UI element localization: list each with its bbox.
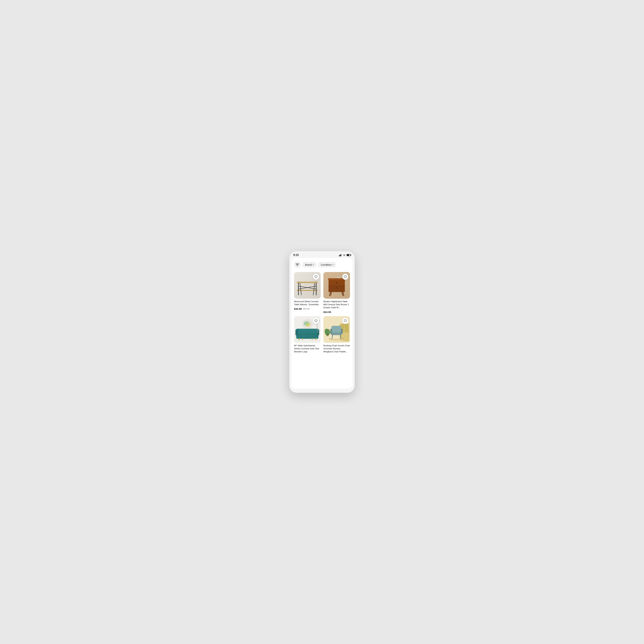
product-image-container-1	[294, 272, 321, 299]
filter-icon-button[interactable]	[294, 261, 301, 268]
price-original-1: $50.00	[303, 308, 310, 310]
svg-line-24	[342, 292, 342, 295]
svg-marker-2	[341, 254, 341, 256]
svg-point-56	[329, 339, 344, 342]
signal-icon	[339, 254, 342, 256]
svg-marker-1	[340, 255, 340, 256]
wishlist-button-2[interactable]	[342, 274, 348, 280]
brand-filter-label: Brand	[305, 263, 312, 266]
svg-point-3	[344, 256, 344, 256]
svg-rect-39	[302, 338, 303, 340]
svg-point-18	[335, 282, 338, 284]
svg-rect-20	[329, 285, 345, 292]
svg-rect-26	[338, 275, 340, 276]
svg-line-22	[343, 292, 344, 296]
product-pricing-2: $34.99	[323, 311, 350, 313]
heart-icon-4	[344, 319, 347, 322]
svg-rect-38	[315, 338, 316, 340]
product-card-4[interactable]: Rocking Chair Accent Chair Armchair Nurs…	[323, 316, 350, 353]
wifi-icon	[343, 254, 346, 256]
svg-rect-53	[341, 329, 343, 334]
phone-frame: 9:15	[289, 251, 355, 393]
heart-icon-3	[314, 319, 317, 322]
svg-point-49	[325, 329, 328, 333]
product-title-4: Rocking Chair Accent Chair Armchair Nurs…	[323, 344, 350, 353]
svg-point-31	[306, 323, 310, 326]
product-title-2: Modern Nightstand Table Mid Century Dark…	[323, 300, 350, 309]
product-image-container-2	[323, 272, 350, 299]
condition-filter-chip[interactable]: Condition ▾	[318, 262, 336, 267]
svg-rect-25	[337, 276, 340, 278]
condition-chevron-icon: ▾	[332, 264, 333, 266]
wishlist-button-1[interactable]	[313, 274, 319, 280]
condition-filter-label: Condition	[321, 263, 331, 266]
product-title-3: 46" Wide Upholstered Velvet Loveseat Sof…	[294, 344, 321, 353]
brand-chevron-icon: ▾	[313, 264, 314, 266]
products-grid: Wood and Metal Console Table Natural - E…	[294, 272, 350, 353]
svg-line-21	[330, 292, 330, 296]
main-content: Brand ▾ Condition ▾	[291, 258, 353, 389]
wishlist-button-3[interactable]	[313, 318, 319, 324]
product-image-container-3	[294, 316, 321, 343]
svg-rect-7	[297, 282, 318, 283]
svg-rect-40	[312, 338, 312, 340]
price-current-2: $34.99	[323, 311, 331, 313]
svg-rect-52	[330, 329, 332, 334]
battery-icon	[347, 254, 351, 256]
product-card-1[interactable]: Wood and Metal Console Table Natural - E…	[294, 272, 321, 313]
svg-marker-0	[339, 255, 340, 256]
product-title-1: Wood and Metal Console Table Natural - E…	[294, 300, 321, 306]
svg-rect-35	[316, 329, 319, 335]
product-pricing-1: $30.99 $50.00	[294, 307, 321, 310]
product-card-3[interactable]: 46" Wide Upholstered Velvet Loveseat Sof…	[294, 316, 321, 353]
svg-rect-8	[297, 290, 318, 291]
heart-icon-2	[344, 275, 347, 278]
svg-rect-37	[299, 338, 299, 340]
svg-rect-34	[296, 329, 298, 335]
heart-icon-1	[314, 275, 317, 278]
svg-line-12	[313, 283, 315, 295]
wishlist-button-4[interactable]	[342, 318, 348, 324]
status-bar: 9:15	[289, 251, 355, 258]
filter-icon	[296, 263, 299, 266]
status-time: 9:15	[293, 254, 299, 257]
filter-bar: Brand ▾ Condition ▾	[294, 261, 350, 269]
product-card-2[interactable]: Modern Nightstand Table Mid Century Dark…	[323, 272, 350, 313]
brand-filter-chip[interactable]: Brand ▾	[302, 262, 316, 267]
svg-line-10	[300, 283, 301, 295]
product-image-container-4	[323, 316, 350, 343]
status-icons	[339, 254, 351, 256]
svg-rect-51	[331, 332, 342, 335]
svg-line-23	[331, 292, 331, 295]
price-current-1: $30.99	[294, 307, 302, 310]
svg-rect-46	[345, 324, 348, 332]
